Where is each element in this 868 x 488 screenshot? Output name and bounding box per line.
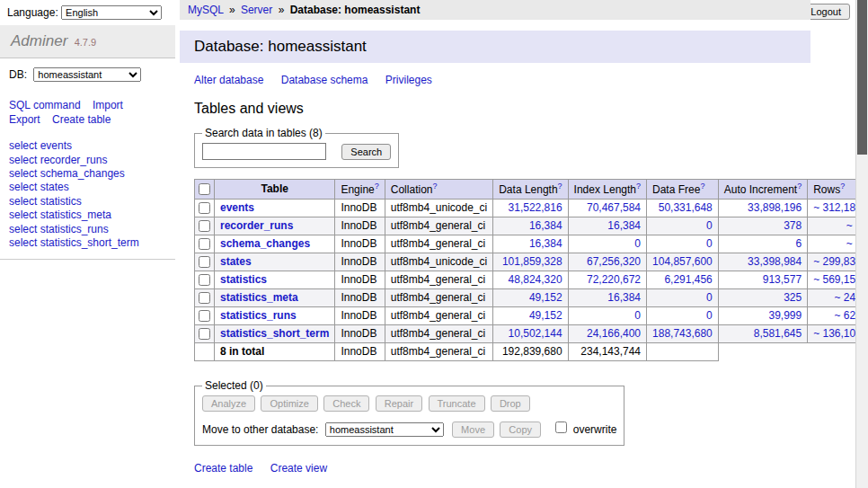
- sidebar-item-select-states[interactable]: select states: [9, 181, 166, 194]
- table-link[interactable]: statistics_meta: [220, 291, 298, 304]
- table-link[interactable]: statistics: [220, 273, 267, 286]
- breadcrumb-mysql-link[interactable]: MySQL: [188, 4, 224, 16]
- help-link[interactable]: ?: [700, 182, 704, 191]
- sidebar-item-select-recorder-runs[interactable]: select recorder_runs: [9, 154, 166, 167]
- table-link[interactable]: schema_changes: [220, 237, 310, 250]
- drop-button[interactable]: Drop: [491, 395, 530, 412]
- collation-cell: utf8mb4_general_ci: [385, 271, 492, 289]
- data-length-link[interactable]: 101,859,328: [502, 255, 562, 268]
- row-checkbox[interactable]: [199, 256, 210, 268]
- index-length-link[interactable]: 0: [634, 309, 641, 322]
- row-checkbox[interactable]: [199, 220, 210, 232]
- row-checkbox[interactable]: [199, 202, 210, 214]
- rows-link[interactable]: ~ 299,833: [813, 255, 862, 268]
- data-free-link[interactable]: 0: [706, 219, 713, 232]
- repair-button[interactable]: Repair: [376, 395, 422, 412]
- copy-button[interactable]: Copy: [500, 421, 541, 438]
- index-length-link[interactable]: 67,256,320: [587, 255, 641, 268]
- help-link[interactable]: ?: [375, 182, 379, 191]
- overwrite-checkbox[interactable]: [555, 421, 567, 433]
- index-length-link[interactable]: 16,384: [607, 291, 641, 304]
- sidebar-create-table-link[interactable]: Create table: [52, 113, 111, 126]
- index-length-link[interactable]: 72,220,672: [587, 273, 641, 286]
- help-link[interactable]: ?: [840, 182, 845, 191]
- analyze-button[interactable]: Analyze: [202, 395, 255, 412]
- alter-database-link[interactable]: Alter database: [194, 74, 263, 86]
- help-link[interactable]: ?: [797, 182, 802, 191]
- search-input[interactable]: [202, 143, 326, 160]
- data-length-link[interactable]: 49,152: [529, 291, 562, 304]
- sidebar-export-link[interactable]: Export: [9, 113, 40, 126]
- rows-link[interactable]: ~ 136,108: [813, 327, 862, 340]
- data-free-link[interactable]: 0: [706, 309, 713, 322]
- data-length-link[interactable]: 48,824,320: [509, 273, 562, 286]
- data-length-link[interactable]: 10,502,144: [509, 327, 562, 340]
- privileges-link[interactable]: Privileges: [385, 74, 432, 86]
- sidebar-item-select-statistics-meta[interactable]: select statistics_meta: [9, 209, 166, 222]
- create-table-link-main[interactable]: Create table: [194, 462, 252, 475]
- create-view-link[interactable]: Create view: [270, 462, 327, 475]
- truncate-button[interactable]: Truncate: [429, 395, 485, 412]
- rows-link[interactable]: ~ 312,180: [813, 201, 862, 214]
- db-select[interactable]: homeassistant: [33, 67, 141, 82]
- sidebar-item-select-statistics[interactable]: select statistics: [9, 195, 166, 209]
- auto-increment-link[interactable]: 378: [784, 219, 802, 232]
- sidebar-item-select-events[interactable]: select events: [9, 139, 166, 153]
- row-checkbox[interactable]: [199, 310, 210, 322]
- move-to-database-label: Move to other database:: [202, 423, 318, 436]
- index-length-link[interactable]: 16,384: [607, 219, 641, 232]
- search-button[interactable]: Search: [341, 144, 391, 160]
- adminer-logo[interactable]: Adminer: [11, 32, 67, 49]
- language-select[interactable]: English: [61, 5, 162, 20]
- auto-increment-link[interactable]: 6: [795, 237, 802, 250]
- data-length-link[interactable]: 16,384: [529, 237, 562, 250]
- data-length-link[interactable]: 49,152: [529, 309, 562, 322]
- move-button[interactable]: Move: [452, 421, 494, 438]
- row-checkbox[interactable]: [199, 292, 210, 304]
- rows-link[interactable]: ~ 569,159: [813, 273, 862, 286]
- vertical-scrollbar[interactable]: [855, 0, 868, 488]
- breadcrumb-current: Database: homeassistant: [290, 4, 421, 16]
- database-schema-link[interactable]: Database schema: [281, 74, 368, 86]
- auto-increment-link[interactable]: 39,999: [768, 309, 802, 322]
- move-database-select[interactable]: homeassistant: [325, 422, 444, 437]
- select-all-checkbox[interactable]: [199, 183, 210, 195]
- optimize-button[interactable]: Optimize: [261, 395, 317, 412]
- row-checkbox[interactable]: [199, 238, 210, 250]
- check-button[interactable]: Check: [323, 395, 369, 412]
- sidebar-sql-command-link[interactable]: SQL command: [9, 99, 81, 111]
- table-link[interactable]: states: [220, 255, 252, 268]
- sidebar-item-select-schema-changes[interactable]: select schema_changes: [9, 167, 166, 181]
- sidebar-item-select-statistics-runs[interactable]: select statistics_runs: [9, 223, 166, 236]
- data-free-link[interactable]: 50,331,648: [659, 201, 713, 214]
- sidebar-import-link[interactable]: Import: [93, 99, 123, 111]
- table-link[interactable]: recorder_runs: [220, 219, 293, 232]
- auto-increment-link[interactable]: 913,577: [763, 273, 802, 286]
- scrollbar-thumb[interactable]: [857, 0, 867, 155]
- data-free-link[interactable]: 104,857,600: [652, 255, 713, 268]
- sidebar-item-select-statistics-short-term[interactable]: select statistics_short_term: [9, 236, 166, 250]
- auto-increment-link[interactable]: 8,581,645: [754, 327, 802, 340]
- index-length-link[interactable]: 70,467,584: [587, 201, 641, 214]
- help-link[interactable]: ?: [432, 182, 437, 191]
- auto-increment-link[interactable]: 325: [784, 291, 802, 304]
- data-length-link[interactable]: 16,384: [529, 219, 562, 232]
- help-link[interactable]: ?: [636, 182, 641, 191]
- breadcrumb-server-link[interactable]: Server: [241, 4, 272, 16]
- table-link[interactable]: events: [220, 201, 254, 214]
- data-free-link[interactable]: 6,291,456: [664, 273, 712, 286]
- row-checkbox[interactable]: [199, 274, 210, 286]
- row-checkbox[interactable]: [199, 328, 210, 340]
- data-free-link[interactable]: 0: [706, 291, 713, 304]
- data-free-link[interactable]: 188,743,680: [652, 327, 713, 340]
- totals-row: 8 in total InnoDB utf8mb4_general_ci 192…: [195, 343, 868, 361]
- data-free-link[interactable]: 0: [706, 237, 713, 250]
- help-link[interactable]: ?: [558, 182, 562, 191]
- index-length-link[interactable]: 24,166,400: [587, 327, 641, 340]
- data-length-link[interactable]: 31,522,816: [509, 201, 562, 214]
- table-link[interactable]: statistics_short_term: [220, 327, 329, 340]
- auto-increment-link[interactable]: 33,398,984: [748, 255, 802, 268]
- table-link[interactable]: statistics_runs: [220, 309, 297, 322]
- auto-increment-link[interactable]: 33,898,196: [748, 201, 802, 214]
- index-length-link[interactable]: 0: [634, 237, 641, 250]
